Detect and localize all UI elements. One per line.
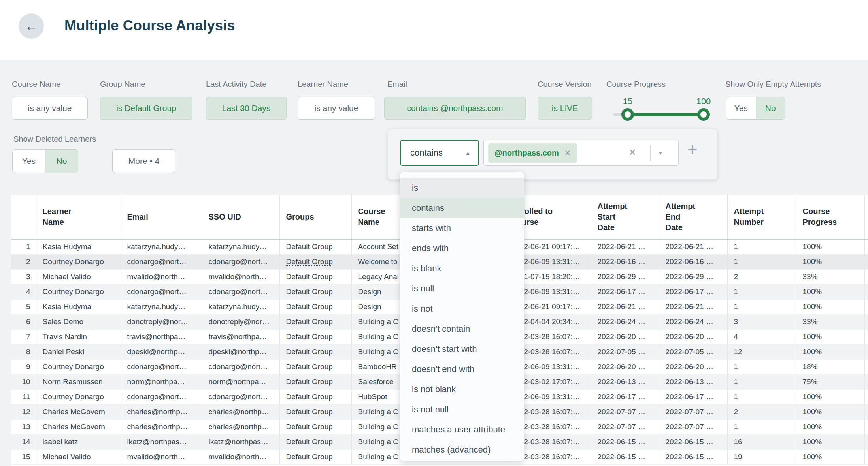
add-filter-value-icon[interactable]: + <box>687 141 698 158</box>
filter-value-input[interactable]: @northpass.com ✕ ✕ ▼ <box>483 140 679 166</box>
input-divider <box>650 145 651 161</box>
operator-select[interactable]: contains ▲ <box>400 140 479 166</box>
col-header-email[interactable]: Email <box>121 195 202 239</box>
filter-button-email[interactable]: contains @northpass.com <box>384 97 526 120</box>
col-header-attempt-number[interactable]: Attempt Number <box>727 195 796 239</box>
cell-email: charles@northp… <box>121 404 202 419</box>
cell-sso: cdonargo@nort… <box>202 284 279 299</box>
cell-attempt: 2 <box>727 269 796 284</box>
cell-email: norm@northpa… <box>121 374 202 389</box>
cell-num: 8 <box>11 344 36 359</box>
chip-label: @northpass.com <box>494 148 559 158</box>
operator-menu-item[interactable]: matches a user attribute <box>400 419 524 440</box>
empty-attempts-yes[interactable]: Yes <box>726 97 756 119</box>
cell-attempt: 12 <box>727 344 796 359</box>
col-header-learner-name[interactable]: Learner Name <box>36 195 121 239</box>
cell-progress: 100% <box>796 434 864 449</box>
operator-menu-item[interactable]: matches (advanced) <box>400 440 524 460</box>
cell-sso: katarzyna.hudy… <box>202 239 279 254</box>
filter-button-course-name[interactable]: is any value <box>12 97 88 120</box>
col-header-attempt-start-date[interactable]: Attempt Start Date <box>591 195 659 239</box>
filter-label-course-name: Course Name <box>12 80 60 89</box>
cell-learner: Michael Valido <box>36 449 121 464</box>
cell-email: cdonargo@nort… <box>121 254 202 269</box>
group-link[interactable]: Default Group <box>286 453 333 461</box>
group-link[interactable]: Default Group <box>286 438 333 446</box>
operator-menu-item[interactable]: doesn't start with <box>400 339 524 359</box>
filter-button-course-version[interactable]: is LIVE <box>538 97 592 120</box>
cell-email: cdonargo@nort… <box>121 389 202 404</box>
cell-end: 2022-07-07 … <box>659 419 727 434</box>
group-link[interactable]: Default Group <box>286 363 333 371</box>
group-link[interactable]: Default Group <box>286 257 333 266</box>
filter-label-deleted-learners: Show Deleted Learners <box>13 135 96 144</box>
chevron-down-icon[interactable]: ▼ <box>658 150 663 156</box>
group-link[interactable]: Default Group <box>286 333 333 341</box>
deleted-learners-yes[interactable]: Yes <box>13 150 45 173</box>
group-link[interactable]: Default Group <box>286 242 333 251</box>
empty-attempts-toggle: Yes No <box>726 97 785 120</box>
slider-track-active[interactable] <box>628 113 704 116</box>
chip-remove-icon[interactable]: ✕ <box>564 148 571 158</box>
col-header-attempt-end-date[interactable]: Attempt End Date <box>659 195 727 239</box>
operator-menu-item[interactable]: is null <box>400 278 524 299</box>
cell-sso: dpeski@northp… <box>202 344 279 359</box>
more-filters-button[interactable]: More • 4 <box>112 149 175 173</box>
cell-email: cdonargo@nort… <box>121 359 202 374</box>
empty-attempts-no[interactable]: No <box>756 97 785 119</box>
operator-menu-item[interactable]: starts with <box>400 218 524 238</box>
filter-button-last-activity[interactable]: Last 30 Days <box>206 97 287 120</box>
cell-start: 2022-06-15 … <box>591 449 659 464</box>
operator-menu-item[interactable]: is <box>400 178 524 198</box>
cell-sso: donotreply@nor… <box>202 314 279 329</box>
cell-end: 2022-06-21 … <box>659 299 727 314</box>
group-link[interactable]: Default Group <box>286 348 333 356</box>
back-button[interactable]: ← <box>19 13 44 39</box>
page-title: Multiple Course Analysis <box>64 17 235 34</box>
cell-end: 2022-06-21 … <box>659 239 727 254</box>
operator-menu-item[interactable]: contains <box>400 198 524 218</box>
cell-email: travis@northpa… <box>121 329 202 344</box>
col-header-row-number <box>11 195 36 239</box>
cell-filler <box>864 314 868 329</box>
operator-menu-item[interactable]: ends with <box>400 238 524 258</box>
group-link[interactable]: Default Group <box>286 408 333 416</box>
cell-attempt: 1 <box>727 284 796 299</box>
deleted-learners-no[interactable]: No <box>45 150 78 173</box>
group-link[interactable]: Default Group <box>286 423 333 431</box>
operator-menu-item[interactable]: is blank <box>400 258 524 278</box>
slider-max-label: 100 <box>692 96 715 107</box>
operator-menu-item[interactable]: is not <box>400 299 524 319</box>
cell-filler <box>864 239 868 254</box>
operator-menu-item[interactable]: is not blank <box>400 379 524 399</box>
cell-sso: charles@northp… <box>202 404 279 419</box>
operator-menu-item[interactable]: is not null <box>400 399 524 419</box>
group-link[interactable]: Default Group <box>286 318 333 326</box>
operator-menu-item[interactable]: doesn't contain <box>400 319 524 339</box>
cell-filler <box>864 269 868 284</box>
cell-filler <box>864 419 868 434</box>
slider-handle-max[interactable] <box>697 108 710 121</box>
group-link[interactable]: Default Group <box>286 287 333 296</box>
col-header-course-progress[interactable]: Course Progress <box>796 195 864 239</box>
cell-attempt: 19 <box>727 449 796 464</box>
cell-progress: 33% <box>796 269 864 284</box>
col-header-groups[interactable]: Groups <box>279 195 351 239</box>
clear-input-icon[interactable]: ✕ <box>628 147 636 158</box>
back-arrow-icon: ← <box>25 20 38 32</box>
filter-label-course-progress: Course Progress <box>606 80 666 89</box>
cell-email: mvalido@north… <box>121 269 202 284</box>
filter-button-group-name[interactable]: is Default Group <box>100 97 192 120</box>
col-header-sso-uid[interactable]: SSO UID <box>202 195 279 239</box>
cell-learner: Charles McGovern <box>36 419 121 434</box>
slider-handle-min[interactable] <box>621 108 634 121</box>
operator-menu-item[interactable]: doesn't end with <box>400 359 524 379</box>
filter-button-learner-name[interactable]: is any value <box>298 97 375 120</box>
group-link[interactable]: Default Group <box>286 272 333 281</box>
group-link[interactable]: Default Group <box>286 393 333 401</box>
cell-email: donotreply@nor… <box>121 314 202 329</box>
cell-end: 2022-06-13 … <box>659 374 727 389</box>
group-link[interactable]: Default Group <box>286 378 333 386</box>
group-link[interactable]: Default Group <box>286 303 333 311</box>
cell-learner: isabel katz <box>36 434 121 449</box>
